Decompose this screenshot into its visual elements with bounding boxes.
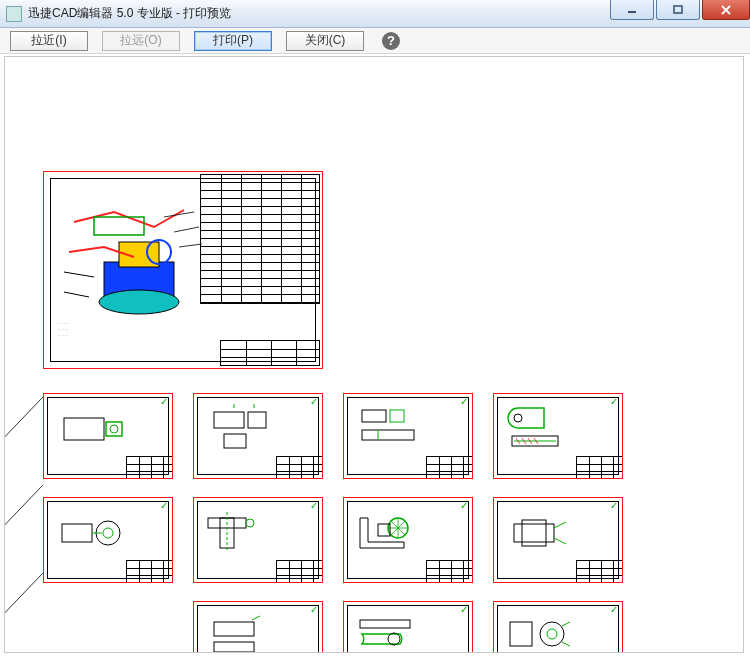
svg-rect-13 — [214, 412, 244, 428]
toolbar: 拉近(I) 拉远(O) 打印(P) 关闭(C) ? — [0, 28, 750, 54]
drawing-thumbnail[interactable]: ✓ — [493, 393, 623, 479]
svg-point-12 — [110, 425, 118, 433]
help-icon[interactable]: ? — [382, 32, 400, 50]
drawing-thumbnail[interactable]: ✓ — [43, 497, 173, 583]
svg-rect-43 — [510, 622, 532, 646]
svg-line-46 — [4, 397, 43, 447]
svg-line-48 — [4, 573, 43, 623]
svg-point-45 — [547, 629, 557, 639]
svg-rect-11 — [106, 422, 122, 436]
window-controls — [608, 0, 750, 22]
svg-rect-36 — [514, 524, 554, 542]
svg-text:. . . . .: . . . . . — [58, 332, 68, 337]
part-drawing-icon — [194, 394, 324, 480]
svg-rect-38 — [214, 622, 254, 636]
zoom-out-button[interactable]: 拉远(O) — [102, 31, 180, 51]
drawing-thumbnail[interactable]: ✓ — [343, 497, 473, 583]
drawing-thumbnail[interactable]: ✓ — [193, 393, 323, 479]
drawing-thumbnail[interactable]: ✓ — [193, 497, 323, 583]
svg-line-40 — [252, 616, 260, 620]
drawing-thumbnail-main[interactable]: . . . . . . . . . . . . . . . — [43, 171, 323, 369]
part-drawing-icon — [494, 602, 624, 653]
svg-point-28 — [103, 528, 113, 538]
svg-point-44 — [540, 622, 564, 646]
part-drawing-icon — [44, 394, 174, 480]
svg-line-47 — [4, 485, 43, 535]
part-drawing-icon — [494, 498, 624, 584]
part-drawing-icon — [44, 498, 174, 584]
drawing-thumbnail[interactable]: ✓ — [493, 601, 623, 653]
part-drawing-icon — [344, 602, 474, 653]
svg-text:. . . . .: . . . . . — [58, 320, 68, 325]
part-drawing-icon — [194, 498, 324, 584]
part-drawing-icon — [194, 602, 324, 653]
svg-rect-39 — [214, 642, 254, 652]
minimize-button[interactable] — [610, 0, 654, 20]
drawing-thumbnail[interactable]: ✓ — [43, 393, 173, 479]
svg-point-20 — [514, 414, 522, 422]
drawing-thumbnail[interactable]: ✓ — [343, 601, 473, 653]
close-window-button[interactable] — [702, 0, 750, 20]
preview-area[interactable]: . . . . . . . . . . . . . . . ✓ ✓ — [4, 56, 744, 653]
print-button[interactable]: 打印(P) — [194, 31, 272, 51]
drawing-thumbnail[interactable]: ✓ — [343, 393, 473, 479]
svg-text:. . . . .: . . . . . — [58, 326, 68, 331]
svg-point-42 — [388, 633, 400, 645]
title-bar: 迅捷CAD编辑器 5.0 专业版 - 打印预览 — [0, 0, 750, 28]
window-title: 迅捷CAD编辑器 5.0 专业版 - 打印预览 — [28, 5, 231, 22]
svg-rect-14 — [248, 412, 266, 428]
svg-rect-26 — [62, 524, 92, 542]
svg-rect-16 — [362, 410, 386, 422]
svg-rect-41 — [360, 620, 410, 628]
part-drawing-icon — [494, 394, 624, 480]
part-drawing-icon — [344, 394, 474, 480]
svg-rect-15 — [224, 434, 246, 448]
part-drawing-icon — [344, 498, 474, 584]
svg-rect-1 — [674, 6, 682, 13]
zoom-in-button[interactable]: 拉近(I) — [10, 31, 88, 51]
app-icon — [6, 6, 22, 22]
close-button[interactable]: 关闭(C) — [286, 31, 364, 51]
assembly-drawing-icon: . . . . . . . . . . . . . . . — [44, 172, 324, 370]
drawing-thumbnail[interactable]: ✓ — [493, 497, 623, 583]
page-edge-lines — [4, 387, 55, 653]
preview-canvas: . . . . . . . . . . . . . . . ✓ ✓ — [25, 57, 725, 653]
svg-point-32 — [246, 519, 254, 527]
svg-point-3 — [99, 290, 179, 314]
svg-rect-17 — [390, 410, 404, 422]
svg-rect-18 — [362, 430, 414, 440]
maximize-button[interactable] — [656, 0, 700, 20]
drawing-thumbnail[interactable]: ✓ — [193, 601, 323, 653]
svg-rect-10 — [64, 418, 104, 440]
